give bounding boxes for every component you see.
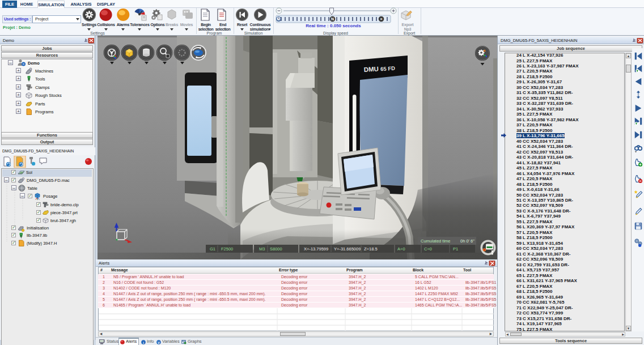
svg-text:Z=18.5: Z=18.5 <box>364 246 378 252</box>
svg-text:M3: M3 <box>259 246 265 252</box>
svg-text:0h 0' 6": 0h 0' 6" <box>460 238 474 244</box>
svg-text:Y=-31.665009: Y=-31.665009 <box>334 246 361 252</box>
svg-text:N: N <box>331 17 334 21</box>
svg-text:×: × <box>380 17 382 21</box>
svg-text:A=0: A=0 <box>397 246 405 252</box>
svg-text:C=0: C=0 <box>424 246 432 252</box>
svg-text:F2500: F2500 <box>221 246 233 252</box>
svg-text:G1: G1 <box>210 246 215 252</box>
svg-text:V: V <box>158 340 160 344</box>
svg-text:Cumulated time: Cumulated time <box>421 238 451 244</box>
svg-text:X=-13.79599: X=-13.79599 <box>304 246 328 252</box>
svg-text:S8000: S8000 <box>270 246 282 252</box>
svg-text:P1: P1 <box>453 246 458 252</box>
svg-text:Real time : 0.050 seconds: Real time : 0.050 seconds <box>306 23 361 28</box>
